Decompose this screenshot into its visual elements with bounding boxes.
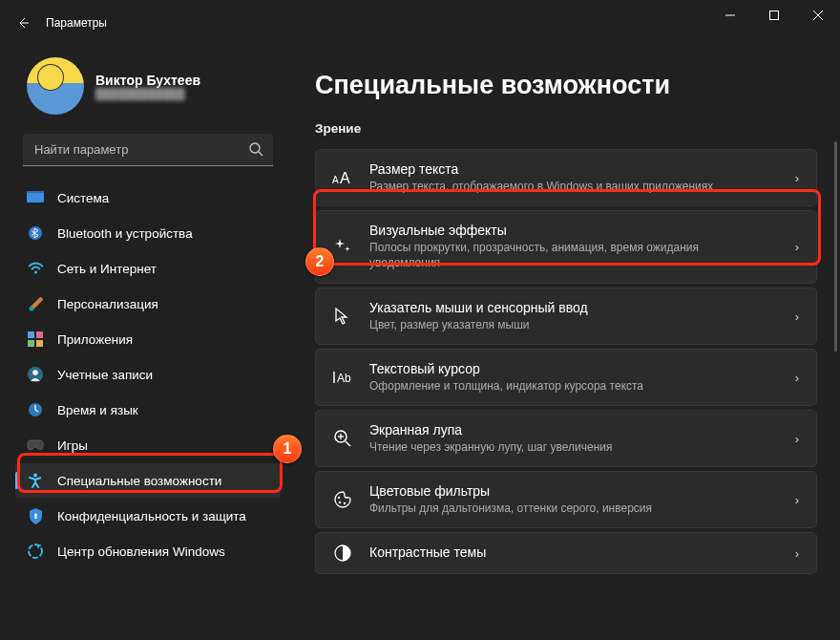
sidebar-item-apps[interactable]: Приложения: [15, 322, 281, 356]
sidebar-item-label: Время и язык: [57, 403, 138, 417]
svg-point-32: [344, 502, 346, 504]
windows-update-icon: [27, 543, 44, 560]
back-button[interactable]: [0, 15, 46, 31]
annotation-badge-1: 1: [273, 435, 302, 463]
settings-cards: AA Размер текста Размер текста, отобража…: [315, 149, 817, 574]
svg-point-9: [33, 270, 36, 273]
sidebar-item-accessibility[interactable]: Специальные возможности: [15, 463, 281, 498]
sidebar-item-network[interactable]: Сеть и Интернет: [15, 251, 281, 286]
card-text-cursor[interactable]: Ab Текстовый курсор Оформление и толщина…: [315, 349, 817, 406]
sidebar-item-label: Центр обновления Windows: [57, 544, 225, 559]
minimize-button[interactable]: [708, 0, 752, 31]
text-size-icon: AA: [331, 166, 354, 189]
card-title: Экранная лупа: [369, 422, 768, 437]
settings-window: Параметры Виктор Бухтеев ████████████: [0, 0, 840, 640]
sidebar: Виктор Бухтеев ████████████ Система Blue…: [0, 46, 296, 640]
body: Виктор Бухтеев ████████████ Система Blue…: [0, 46, 840, 640]
sparkle-icon: [331, 235, 354, 258]
titlebar: Параметры: [0, 0, 840, 46]
person-icon: [27, 366, 44, 383]
svg-rect-7: [27, 191, 44, 193]
card-desc: Оформление и толщина, индикатор курсора …: [369, 378, 768, 394]
window-controls: [708, 0, 840, 31]
card-color-filters[interactable]: Цветовые фильтры Фильтры для дальтонизма…: [315, 471, 817, 528]
arrow-left-icon: [15, 15, 31, 31]
main-content: Специальные возможности Зрение AA Размер…: [296, 46, 840, 640]
chevron-right-icon: ›: [795, 493, 799, 507]
card-mouse-pointer[interactable]: Указатель мыши и сенсорный ввод Цвет, ра…: [315, 288, 817, 345]
close-button[interactable]: [796, 0, 840, 31]
annotation-badge-2: 2: [305, 247, 334, 276]
card-text-size[interactable]: AA Размер текста Размер текста, отобража…: [315, 149, 817, 206]
sidebar-item-time-language[interactable]: Время и язык: [15, 393, 281, 427]
clock-globe-icon: [27, 401, 44, 418]
card-magnifier[interactable]: Экранная лупа Чтение через экранную лупу…: [315, 410, 817, 467]
svg-point-10: [29, 306, 33, 310]
svg-point-18: [33, 474, 37, 478]
gamepad-icon: [27, 437, 44, 454]
card-contrast-themes[interactable]: Контрастные темы ›: [315, 532, 817, 574]
svg-rect-12: [36, 331, 43, 338]
sidebar-item-system[interactable]: Система: [15, 181, 281, 215]
maximize-button[interactable]: [752, 0, 796, 31]
text-cursor-icon: Ab: [331, 366, 354, 389]
card-desc: Полосы прокрутки, прозрачность, анимация…: [369, 240, 768, 270]
apps-icon: [27, 331, 44, 348]
magnifier-icon: [331, 427, 354, 450]
cursor-icon: [331, 305, 354, 328]
sidebar-item-label: Игры: [57, 438, 88, 453]
card-desc: Фильтры для дальтонизма, оттенки серого,…: [369, 501, 768, 516]
chevron-right-icon: ›: [795, 546, 799, 561]
avatar: [27, 57, 84, 115]
chevron-right-icon: ›: [795, 171, 799, 185]
contrast-icon: [331, 542, 354, 565]
search-box: [23, 134, 273, 166]
svg-rect-14: [36, 340, 43, 347]
card-desc: Цвет, размер указателя мыши: [369, 317, 768, 332]
sidebar-item-label: Персонализация: [57, 297, 158, 311]
svg-text:A: A: [332, 175, 339, 185]
profile-name: Виктор Бухтеев: [95, 73, 200, 88]
sidebar-item-accounts[interactable]: Учетные записи: [15, 357, 281, 392]
palette-icon: [331, 488, 354, 511]
search-input[interactable]: [23, 134, 273, 166]
sidebar-item-gaming[interactable]: Игры: [15, 428, 281, 462]
sidebar-item-label: Конфиденциальность и защита: [57, 509, 246, 523]
card-title: Контрастные темы: [369, 544, 768, 560]
svg-point-21: [29, 544, 42, 558]
card-title: Размер текста: [369, 161, 768, 177]
sidebar-item-privacy[interactable]: Конфиденциальность и защита: [15, 499, 281, 533]
shield-icon: [27, 507, 44, 524]
chevron-right-icon: ›: [795, 432, 799, 446]
sidebar-item-bluetooth[interactable]: Bluetooth и устройства: [15, 216, 281, 250]
page-title: Специальные возможности: [315, 71, 817, 100]
sidebar-item-windows-update[interactable]: Центр обновления Windows: [15, 534, 281, 568]
chevron-right-icon: ›: [795, 240, 799, 254]
sidebar-item-label: Приложения: [57, 332, 133, 347]
card-visual-effects[interactable]: Визуальные эффекты Полосы прокрутки, про…: [315, 210, 817, 283]
nav-list: Система Bluetooth и устройства Сеть и Ин…: [8, 180, 288, 640]
scrollbar[interactable]: [834, 141, 837, 352]
svg-rect-1: [770, 11, 779, 20]
wifi-icon: [27, 260, 44, 277]
sidebar-item-label: Учетные записи: [57, 368, 153, 382]
sidebar-item-label: Система: [57, 191, 109, 205]
svg-text:Ab: Ab: [337, 372, 351, 385]
svg-text:A: A: [340, 170, 350, 186]
search-icon: [248, 141, 263, 160]
chevron-right-icon: ›: [795, 370, 799, 384]
card-title: Текстовый курсор: [369, 361, 768, 376]
svg-point-30: [338, 497, 340, 499]
card-desc: Размер текста, отображаемого в Windows и…: [369, 179, 768, 194]
display-icon: [27, 189, 44, 206]
card-title: Цветовые фильтры: [369, 483, 768, 499]
svg-rect-20: [34, 516, 36, 519]
profile-email: ████████████: [95, 88, 200, 99]
svg-point-4: [250, 143, 260, 153]
card-desc: Чтение через экранную лупу, шаг увеличен…: [369, 439, 768, 455]
svg-line-5: [259, 152, 262, 156]
svg-line-27: [346, 441, 350, 446]
accessibility-icon: [27, 472, 44, 489]
profile-block[interactable]: Виктор Бухтеев ████████████: [8, 46, 288, 134]
sidebar-item-personalization[interactable]: Персонализация: [15, 287, 281, 321]
